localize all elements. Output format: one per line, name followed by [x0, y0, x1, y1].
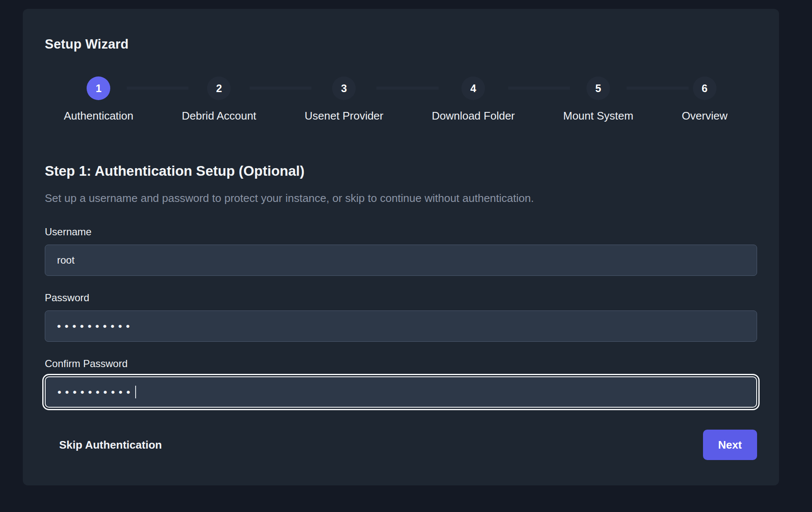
stepper: 1 Authentication 2 Debrid Account 3 Usen…: [45, 76, 757, 123]
confirm-password-label: Confirm Password: [45, 358, 757, 370]
step-3-label: Usenet Provider: [305, 109, 383, 123]
skip-authentication-button[interactable]: Skip Authentication: [59, 438, 162, 452]
step-1-label: Authentication: [64, 109, 134, 123]
step-debrid-account[interactable]: 2 Debrid Account: [182, 76, 256, 123]
step-4-circle: 4: [461, 76, 485, 100]
step-connector: [508, 87, 570, 90]
step-3-circle: 3: [332, 76, 356, 100]
step-connector: [627, 87, 688, 90]
step-6-label: Overview: [682, 109, 728, 123]
step-connector: [127, 87, 188, 90]
password-input[interactable]: [45, 310, 757, 342]
step-usenet-provider[interactable]: 3 Usenet Provider: [305, 76, 383, 123]
username-label: Username: [45, 226, 757, 238]
confirm-password-wrap: [45, 376, 757, 408]
step-download-folder[interactable]: 4 Download Folder: [432, 76, 515, 123]
step-connector: [376, 87, 438, 90]
page-title: Setup Wizard: [45, 37, 757, 52]
step-5-label: Mount System: [563, 109, 633, 123]
step-2-label: Debrid Account: [182, 109, 256, 123]
step-heading: Step 1: Authentication Setup (Optional): [45, 163, 757, 179]
step-4-label: Download Folder: [432, 109, 515, 123]
step-6-circle: 6: [693, 76, 717, 100]
step-description: Set up a username and password to protec…: [45, 192, 757, 205]
username-input[interactable]: [45, 245, 757, 276]
confirm-password-input[interactable]: [45, 376, 757, 408]
step-overview[interactable]: 6 Overview: [682, 76, 728, 123]
wizard-footer: Skip Authentication Next: [45, 430, 757, 460]
step-connector: [250, 87, 311, 90]
page-background: Setup Wizard 1 Authentication 2 Debrid A…: [0, 0, 812, 512]
step-authentication[interactable]: 1 Authentication: [64, 76, 134, 123]
step-mount-system[interactable]: 5 Mount System: [563, 76, 633, 123]
password-label: Password: [45, 292, 757, 304]
password-field-group: Password: [45, 292, 757, 342]
setup-wizard-card: Setup Wizard 1 Authentication 2 Debrid A…: [23, 9, 779, 485]
text-cursor: [135, 386, 136, 398]
step-2-circle: 2: [207, 76, 231, 100]
confirm-password-field-group: Confirm Password: [45, 358, 757, 408]
next-button[interactable]: Next: [703, 430, 757, 460]
step-5-circle: 5: [586, 76, 610, 100]
step-1-circle: 1: [87, 76, 110, 100]
username-field-group: Username: [45, 226, 757, 276]
